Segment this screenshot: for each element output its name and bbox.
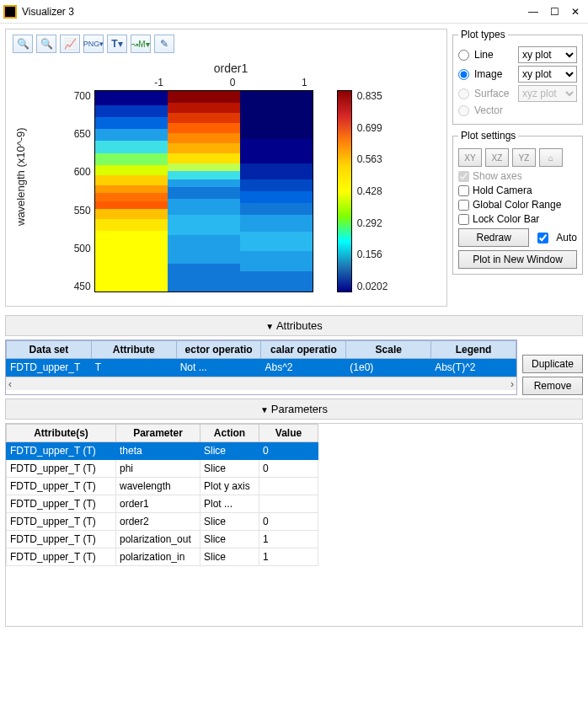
view-buttons: XYXZYZ⌂ bbox=[458, 148, 577, 167]
minimize-button[interactable]: — bbox=[528, 6, 538, 18]
window-title: Visualizer 3 bbox=[22, 6, 528, 18]
attr-col-header[interactable]: Legend bbox=[431, 341, 516, 359]
plot-types-legend: Plot types bbox=[458, 29, 508, 40]
heatmap-cell bbox=[95, 201, 168, 210]
view-button-⌂[interactable]: ⌂ bbox=[539, 148, 563, 167]
duplicate-button[interactable]: Duplicate bbox=[522, 355, 583, 373]
attr-col-header[interactable]: Data set bbox=[7, 341, 92, 359]
colorbar-tick: 0.428 bbox=[357, 185, 388, 197]
parameters-table[interactable]: Attribute(s)ParameterActionValue FDTD_up… bbox=[5, 423, 583, 627]
param-row[interactable]: FDTD_upper_T (T)wavelengthPlot y axis bbox=[7, 478, 318, 495]
text-tool-icon[interactable]: T▾ bbox=[107, 35, 127, 53]
zoom-in-icon[interactable]: 🔍 bbox=[13, 35, 33, 53]
window-controls: — ☐ ✕ bbox=[528, 6, 585, 18]
param-col-header[interactable]: Value bbox=[259, 425, 318, 442]
measure-icon[interactable]: ↝M▾ bbox=[131, 35, 151, 53]
plot-type-vector: Vector bbox=[458, 104, 577, 116]
x-tick: 1 bbox=[302, 77, 307, 88]
attr-col-header[interactable]: Scale bbox=[346, 341, 431, 359]
heatmap-cell bbox=[168, 163, 240, 172]
param-row[interactable]: FDTD_upper_T (T)thetaSlice0 bbox=[7, 442, 318, 460]
redraw-button[interactable]: Redraw bbox=[458, 228, 529, 247]
plot-type-select-line[interactable]: xy plot bbox=[518, 46, 577, 63]
param-row[interactable]: FDTD_upper_T (T)polarization_inSlice1 bbox=[7, 548, 318, 566]
heatmap[interactable] bbox=[94, 90, 313, 292]
attributes-table[interactable]: Data setAttributeector operatiocalar ope… bbox=[5, 340, 517, 395]
heatmap-cell bbox=[240, 203, 313, 215]
view-button-xz[interactable]: XZ bbox=[485, 148, 509, 167]
y-tick: 650 bbox=[74, 128, 91, 140]
plot-type-line[interactable]: Linexy plot bbox=[458, 46, 577, 63]
param-col-header[interactable]: Attribute(s) bbox=[7, 425, 116, 442]
heatmap-cell bbox=[95, 165, 168, 175]
heatmap-cell bbox=[168, 123, 240, 133]
lock-color-checkbox[interactable]: Lock Color Bar bbox=[458, 213, 577, 225]
param-row[interactable]: FDTD_upper_T (T)phiSlice0 bbox=[7, 460, 318, 478]
heatmap-cell bbox=[95, 153, 168, 165]
heatmap-cell bbox=[168, 143, 240, 153]
colorbar-tick: 0.563 bbox=[357, 153, 388, 165]
plot-toolbar: 🔍 🔍 📈 PNG▾ T▾ ↝M▾ ✎ bbox=[6, 29, 446, 58]
attr-row[interactable]: FDTD_upper_TTNot ...Abs^2(1e0)Abs(T)^2 bbox=[7, 359, 516, 377]
y-tick: 500 bbox=[74, 243, 91, 254]
param-row[interactable]: FDTD_upper_T (T)polarization_outSlice1 bbox=[7, 531, 318, 548]
parameters-header[interactable]: Parameters bbox=[5, 398, 583, 420]
x-tick: -1 bbox=[154, 77, 163, 88]
pencil-icon[interactable]: ✎ bbox=[154, 35, 174, 53]
view-button-xy[interactable]: XY bbox=[458, 148, 482, 167]
heatmap-cell bbox=[168, 179, 240, 188]
attr-col-header[interactable]: Attribute bbox=[91, 341, 176, 359]
view-button-yz[interactable]: YZ bbox=[512, 148, 536, 167]
global-color-checkbox[interactable]: Global Color Range bbox=[458, 199, 577, 211]
heatmap-cell bbox=[95, 193, 168, 201]
app-icon bbox=[3, 5, 17, 19]
plot-type-select-image[interactable]: xy plot bbox=[518, 66, 577, 83]
titlebar: Visualizer 3 — ☐ ✕ bbox=[0, 0, 588, 24]
plot-new-window-button[interactable]: Plot in New Window bbox=[458, 250, 577, 269]
heatmap-cell bbox=[168, 133, 240, 143]
maximize-button[interactable]: ☐ bbox=[550, 6, 559, 18]
colorbar-tick: 0.0202 bbox=[357, 281, 388, 292]
plot-settings-legend: Plot settings bbox=[458, 130, 518, 142]
heatmap-cell bbox=[240, 232, 313, 252]
y-ticks: 700650600550500450 bbox=[74, 90, 94, 292]
param-row[interactable]: FDTD_upper_T (T)order1Plot ... bbox=[7, 495, 318, 513]
colorbar-tick: 0.292 bbox=[357, 217, 388, 229]
heatmap-cell bbox=[240, 251, 313, 271]
heatmap-cell bbox=[168, 235, 240, 263]
heatmap-cell bbox=[95, 185, 168, 194]
heatmap-cell bbox=[95, 231, 168, 291]
plot-type-image[interactable]: Imagexy plot bbox=[458, 66, 577, 83]
attributes-header[interactable]: Attributes bbox=[5, 315, 583, 336]
auto-checkbox[interactable] bbox=[537, 233, 548, 243]
param-col-header[interactable]: Action bbox=[200, 425, 259, 442]
remove-button[interactable]: Remove bbox=[522, 377, 583, 395]
attr-col-header[interactable]: ector operatio bbox=[176, 341, 261, 359]
attr-col-header[interactable]: calar operatio bbox=[261, 341, 346, 359]
heatmap-cell bbox=[95, 105, 168, 117]
heatmap-cell bbox=[95, 141, 168, 152]
attributes-scrollbar[interactable]: ‹› bbox=[6, 377, 516, 390]
y-tick: 600 bbox=[74, 166, 91, 178]
close-button[interactable]: ✕ bbox=[571, 6, 580, 18]
colorbar-tick: 0.699 bbox=[357, 122, 388, 134]
heatmap-cell bbox=[95, 209, 168, 219]
param-col-header[interactable]: Parameter bbox=[116, 425, 200, 442]
heatmap-cell bbox=[168, 153, 240, 163]
heatmap-cell bbox=[95, 117, 168, 129]
colorbar-tick: 0.835 bbox=[357, 90, 388, 102]
zoom-out-icon[interactable]: 🔍 bbox=[36, 35, 56, 53]
heatmap-cell bbox=[240, 271, 313, 291]
colorbar-tick: 0.156 bbox=[357, 249, 388, 260]
heatmap-cell bbox=[168, 91, 240, 103]
plot-type-surface: Surfacexyz plot bbox=[458, 85, 577, 102]
heatmap-cell bbox=[168, 103, 240, 113]
plot-type-select-surface: xyz plot bbox=[518, 85, 577, 102]
plot-types-group: Plot types Linexy plotImagexy plotSurfac… bbox=[452, 29, 583, 125]
show-axes-checkbox[interactable]: Show axes bbox=[458, 170, 577, 182]
png-export-icon[interactable]: PNG▾ bbox=[83, 35, 104, 53]
chart-icon[interactable]: 📈 bbox=[60, 35, 80, 53]
param-row[interactable]: FDTD_upper_T (T)order2Slice0 bbox=[7, 513, 318, 531]
y-tick: 450 bbox=[74, 281, 91, 292]
hold-camera-checkbox[interactable]: Hold Camera bbox=[458, 185, 577, 196]
